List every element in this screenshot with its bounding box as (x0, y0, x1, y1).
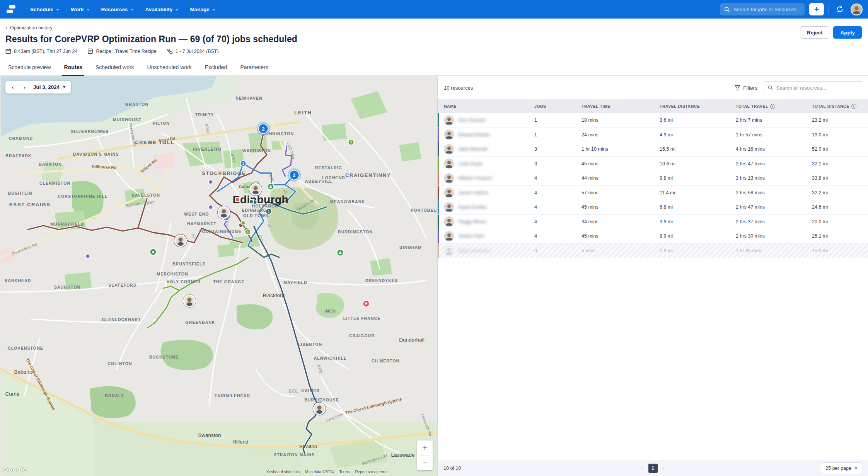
cluster-marker[interactable]: 2 (288, 168, 301, 182)
map-label: MERCHISTON (157, 272, 188, 276)
avatar (444, 202, 454, 212)
poi-park-icon[interactable] (337, 250, 344, 256)
resource-search[interactable] (764, 81, 862, 94)
user-avatar[interactable] (851, 3, 863, 15)
skedulo-logo-icon[interactable] (5, 4, 17, 15)
avatar (444, 144, 454, 155)
resource-color-bar (438, 200, 439, 214)
tab-schedule-preview[interactable]: Schedule preview (3, 60, 56, 75)
map-label: STOCKBRIDGE (202, 170, 246, 176)
resource-avatar-marker[interactable] (218, 206, 230, 219)
cell-name: Leah Doyle (438, 158, 534, 169)
nav-item-resources[interactable]: Resources (97, 3, 138, 15)
table-row[interactable]: Jade Maxwell31 hr 10 mins15.5 mi4 hrs 16… (438, 142, 868, 157)
nav-item-manage[interactable]: Manage (185, 3, 220, 15)
map-label: LITTLE FRANCE (343, 316, 381, 321)
filters-button[interactable]: Filters (735, 85, 757, 91)
nav-menu: ScheduleWorkResourcesAvailabilityManage (26, 3, 220, 15)
table-row[interactable]: Barry Simmons05 mins0.9 mi1 hr 35 mins15… (438, 244, 868, 258)
route-stop-dot[interactable] (241, 221, 246, 225)
info-icon[interactable]: i (770, 104, 775, 109)
chevron-down-icon (854, 468, 858, 469)
poi-park-icon[interactable] (150, 249, 157, 255)
route-stop-dot[interactable] (209, 205, 213, 209)
tab-excluded[interactable]: Excluded (200, 60, 232, 75)
column-header-travel-time[interactable]: TRAVEL TIME (582, 104, 660, 109)
page-prev-button[interactable]: ‹ (638, 464, 647, 473)
cell-travel-distance: 11.4 mi (660, 190, 736, 196)
table-row[interactable]: Peggy Wood434 mins3.9 mi2 hrs 37 mins20.… (438, 215, 868, 230)
numbered-marker[interactable]: 1 (348, 139, 354, 145)
resource-search-input[interactable] (776, 85, 858, 91)
resource-avatar-marker[interactable] (174, 235, 187, 247)
map-label: GREENBANK (185, 320, 215, 325)
column-header-total-distance[interactable]: TOTAL DISTANCEi (812, 104, 868, 109)
tab-routes[interactable]: Routes (59, 60, 87, 75)
page-1-button[interactable]: 1 (648, 464, 658, 473)
column-label: TOTAL TRAVEL (736, 104, 768, 109)
reject-button[interactable]: Reject (800, 26, 830, 39)
global-search-input[interactable] (733, 7, 801, 12)
avatar (444, 231, 454, 241)
breadcrumb[interactable]: ‹ Optimization history (5, 25, 53, 31)
route-stop-dot[interactable] (86, 254, 90, 258)
map-canvas[interactable]: NEWHAVENTRINITYLEITHGRANTONMUIRHOUSEPILT… (0, 76, 438, 476)
sync-icon[interactable] (834, 3, 846, 15)
cell-travel-distance: 3.9 mi (660, 219, 736, 224)
info-icon[interactable]: i (851, 104, 856, 109)
column-header-jobs[interactable]: JOBS (534, 104, 582, 109)
map-attribution-report-a-map-error[interactable]: Report a map error (355, 470, 388, 474)
map-attribution-terms[interactable]: Terms (339, 470, 350, 474)
poi-mountain-icon[interactable] (268, 184, 274, 190)
table-row[interactable]: Sarika Patel445 mins8.9 mi2 hrs 30 mins2… (438, 229, 868, 244)
resource-color-bar (438, 229, 439, 243)
table-row[interactable]: James Adams457 mins11.4 mi2 hrs 58 mins3… (438, 186, 868, 201)
route-stop-dot[interactable] (209, 180, 213, 184)
map-label: CORSTORPHINE HILL (58, 194, 107, 199)
cell-travel-time: 45 mins (582, 204, 660, 210)
numbered-marker[interactable]: 1 (266, 209, 272, 214)
prev-day-button[interactable]: ‹ (7, 82, 19, 92)
next-day-button[interactable]: › (19, 82, 30, 92)
column-header-name[interactable]: NAME (438, 104, 534, 109)
resource-avatar-marker[interactable] (183, 295, 196, 308)
map-label: BRAEPARK (5, 153, 32, 158)
column-header-total-travel[interactable]: TOTAL TRAVELi (736, 104, 812, 109)
numbered-marker[interactable]: 1 (240, 161, 246, 167)
resource-avatar-marker[interactable] (313, 403, 326, 415)
global-search[interactable] (720, 3, 805, 15)
map-label: PILTON (153, 121, 170, 126)
column-header-travel-distance[interactable]: TRAVEL DISTANCE (660, 104, 736, 109)
tab-parameters[interactable]: Parameters (235, 60, 273, 75)
avatar (444, 173, 454, 184)
nav-item-availability[interactable]: Availability (141, 3, 183, 15)
map-panel[interactable]: NEWHAVENTRINITYLEITHGRANTONMUIRHOUSEPILT… (0, 76, 438, 476)
zoom-in-button[interactable]: + (417, 440, 433, 455)
add-button[interactable]: + (809, 3, 824, 15)
table-row[interactable]: William Hudson444 mins9.8 mi3 hrs 13 min… (438, 171, 868, 186)
resource-avatar-marker[interactable] (249, 183, 262, 196)
nav-item-work[interactable]: Work (66, 3, 94, 15)
nav-item-schedule[interactable]: Schedule (26, 3, 64, 15)
table-row[interactable]: Edward Barker124 mins4.9 mi1 hr 57 mins1… (438, 128, 868, 143)
route-stop-dot[interactable] (249, 200, 254, 204)
map-label: COLINTON (107, 361, 132, 366)
apply-button[interactable]: Apply (833, 26, 862, 39)
poi-hospital-icon[interactable]: H (363, 301, 370, 307)
map-label: ALNWICKHILL (314, 356, 346, 360)
table-row[interactable]: Don Graham118 mins3.6 mi2 hrs 7 mins23.2… (438, 113, 868, 128)
map-label: Danderhall (399, 337, 424, 343)
zoom-out-button[interactable]: − (417, 456, 433, 470)
map-attribution-keyboard-shortcuts[interactable]: Keyboard shortcuts (266, 470, 300, 474)
table-row[interactable]: Kayla Dudley445 mins6.8 mi2 hrs 47 mins2… (438, 200, 868, 215)
numbered-marker[interactable]: 1 (245, 229, 251, 235)
per-page-select[interactable]: 25 per page (821, 462, 862, 474)
date-select[interactable]: Jul 3, 2024 (30, 84, 70, 90)
cell-jobs: 4 (534, 175, 582, 181)
table-row[interactable]: Leah Doyle345 mins10.6 mi2 hrs 47 mins32… (438, 157, 868, 172)
tab-unscheduled-work[interactable]: Unscheduled work (142, 60, 197, 75)
cluster-marker[interactable]: 2 (257, 122, 270, 135)
avatar (444, 245, 454, 256)
page-next-button[interactable]: › (659, 464, 668, 473)
tab-scheduled-work[interactable]: Scheduled work (90, 60, 139, 75)
